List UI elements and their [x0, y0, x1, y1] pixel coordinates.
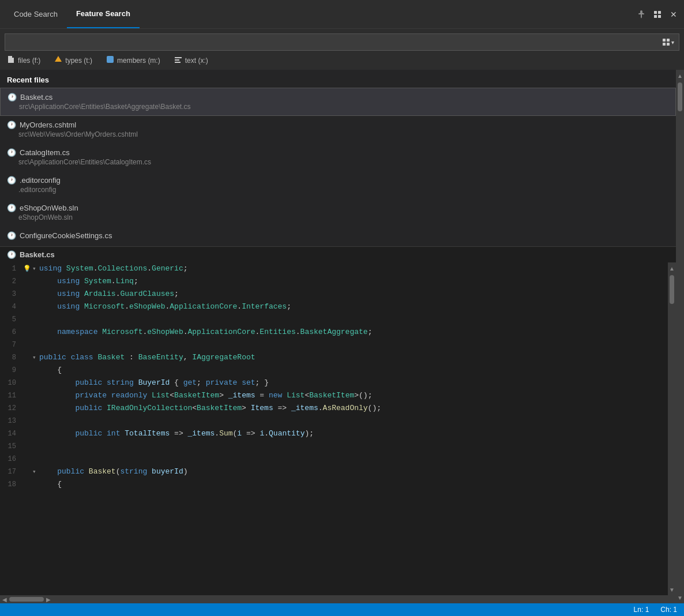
- svg-rect-0: [654, 11, 657, 14]
- line-content-1: using System.Collections.Generic;: [39, 262, 668, 275]
- search-bar-area: ▾: [0, 29, 684, 51]
- filter-files-label: files (f:): [18, 57, 40, 65]
- file-scroll-up[interactable]: ▲: [676, 71, 684, 80]
- status-ch-label: Ch: 1: [660, 606, 677, 614]
- file-path-2: src\ApplicationCore\Entities\CatalogItem…: [7, 158, 669, 166]
- clock-icon-2: 🕐: [7, 148, 16, 157]
- layout-dropdown-icon[interactable]: ▾: [662, 38, 674, 46]
- bottom-scroll-thumb[interactable]: [9, 597, 44, 602]
- file-list: 🕐 Basket.cs src\ApplicationCore\Entities…: [0, 88, 676, 246]
- status-bar: Ln: 1 Ch: 1: [0, 603, 684, 616]
- clock-icon-1: 🕐: [7, 121, 16, 129]
- file-path-0: src\ApplicationCore\Entities\BasketAggre…: [7, 103, 668, 111]
- status-ch: Ch: 1: [660, 606, 677, 614]
- status-ln: Ln: 1: [634, 606, 649, 614]
- file-scroll-thumb[interactable]: [678, 82, 682, 111]
- file-path-1: src\Web\Views\Order\MyOrders.cshtml: [7, 130, 669, 138]
- filter-tabs: files (f:) types (t:) members (m:) text …: [0, 51, 684, 70]
- search-input[interactable]: [10, 38, 662, 47]
- file-item-configurecookie[interactable]: 🕐 ConfigureCookieSettings.cs: [0, 227, 676, 246]
- tab-code-search[interactable]: Code Search: [5, 0, 67, 28]
- lightbulb-icon-1[interactable]: 💡: [23, 262, 32, 275]
- line-num-10: 10: [0, 377, 23, 389]
- title-actions: ✕: [636, 9, 679, 20]
- line-num-2: 2: [0, 275, 23, 288]
- file-name-3: .editorconfig: [20, 176, 61, 185]
- line-content-6: namespace Microsoft.eShopWeb.Application…: [39, 326, 668, 339]
- code-scrollbar-right: ▲ ▼: [668, 262, 676, 595]
- code-line-5: 5: [0, 313, 668, 326]
- code-scroll-up[interactable]: ▲: [668, 264, 676, 273]
- code-line-13: 13: [0, 415, 668, 427]
- filter-tab-text[interactable]: text (x:): [172, 54, 211, 66]
- file-item-myorders[interactable]: 🕐 MyOrders.cshtml src\Web\Views\Order\My…: [0, 116, 676, 144]
- svg-rect-5: [667, 39, 670, 42]
- code-line-7: 7: [0, 339, 668, 351]
- filter-text-label: text (x:): [185, 57, 208, 65]
- line-num-18: 18: [0, 478, 23, 491]
- line-num-14: 14: [0, 427, 23, 440]
- line-num-16: 16: [0, 453, 23, 465]
- search-input-row: ▾: [5, 33, 679, 51]
- code-line-6: 6 namespace Microsoft.eShopWeb.Applicati…: [0, 326, 668, 339]
- code-editor: 1 💡 ▾ using System.Collections.Generic; …: [0, 262, 668, 491]
- line-content-17: public Basket(string buyerId): [39, 465, 668, 478]
- file-list-scrollbar: ▲ ▼: [676, 70, 684, 603]
- svg-rect-7: [667, 43, 670, 46]
- line-num-5: 5: [0, 313, 23, 326]
- file-name-4: eShopOnWeb.sln: [20, 204, 78, 212]
- file-item-basket-cs[interactable]: 🕐 Basket.cs src\ApplicationCore\Entities…: [0, 88, 676, 116]
- close-button[interactable]: ✕: [668, 9, 679, 20]
- svg-rect-1: [658, 11, 661, 14]
- filter-tab-files[interactable]: files (f:): [5, 54, 43, 66]
- text-icon: [174, 55, 182, 65]
- line-num-7: 7: [0, 339, 23, 351]
- file-name-1: MyOrders.cshtml: [20, 121, 76, 129]
- file-scroll-down[interactable]: ▼: [676, 593, 684, 602]
- line-num-17: 17: [0, 465, 23, 478]
- line-num-15: 15: [0, 440, 23, 453]
- line-content-2: using System.Linq;: [39, 275, 668, 288]
- code-line-17: 17 ▾ public Basket(string buyerId): [0, 465, 668, 478]
- code-line-15: 15: [0, 440, 668, 453]
- code-line-4: 4 using Microsoft.eShopWeb.ApplicationCo…: [0, 301, 668, 313]
- main-panel: Recent files 🕐 Basket.cs src\Application…: [0, 70, 684, 603]
- line-content-12: public IReadOnlyCollection<BasketItem> I…: [39, 402, 668, 415]
- file-icon: [7, 55, 15, 65]
- fold-1[interactable]: ▾: [32, 262, 39, 275]
- file-list-and-code: Recent files 🕐 Basket.cs src\Application…: [0, 70, 676, 603]
- scroll-right-btn[interactable]: ▶: [44, 595, 53, 603]
- scroll-left-btn[interactable]: ◀: [0, 595, 9, 603]
- line-content-4: using Microsoft.eShopWeb.ApplicationCore…: [39, 301, 668, 313]
- filter-types-label: types (t:): [65, 57, 92, 65]
- svg-rect-2: [654, 15, 657, 18]
- layout-button[interactable]: [652, 9, 663, 20]
- filter-tab-members[interactable]: members (m:): [104, 54, 163, 66]
- clock-icon-3: 🕐: [7, 176, 16, 185]
- code-line-1: 1 💡 ▾ using System.Collections.Generic;: [0, 262, 668, 275]
- code-scroll-down[interactable]: ▼: [668, 585, 676, 594]
- code-scroll-thumb[interactable]: [670, 275, 674, 304]
- file-name-2: CatalogItem.cs: [20, 148, 70, 157]
- recent-files-header: Recent files: [0, 70, 676, 88]
- file-item-catalogitem[interactable]: 🕐 CatalogItem.cs src\ApplicationCore\Ent…: [0, 144, 676, 171]
- title-bar: Code Search Feature Search ✕: [0, 0, 684, 29]
- file-name-0: Basket.cs: [20, 93, 52, 102]
- bottom-scrollbar: ◀ ▶: [0, 595, 676, 603]
- code-preview-filename: Basket.cs: [20, 250, 55, 259]
- tab-feature-search[interactable]: Feature Search: [67, 0, 140, 28]
- code-editor-row: 1 💡 ▾ using System.Collections.Generic; …: [0, 262, 676, 595]
- pin-button[interactable]: [636, 9, 647, 20]
- file-item-editorconfig[interactable]: 🕐 .editorconfig .editorconfig: [0, 171, 676, 199]
- file-item-eshoponweb[interactable]: 🕐 eShopOnWeb.sln eShopOnWeb.sln: [0, 199, 676, 227]
- line-num-3: 3: [0, 288, 23, 301]
- clock-icon-5: 🕐: [7, 231, 16, 240]
- code-line-10: 10 public string BuyerId { get; private …: [0, 377, 668, 389]
- filter-tab-types[interactable]: types (t:): [52, 54, 95, 66]
- line-num-12: 12: [0, 402, 23, 415]
- file-name-5: ConfigureCookieSettings.cs: [20, 231, 112, 240]
- tab-feature-search-label: Feature Search: [76, 9, 130, 18]
- line-content-10: public string BuyerId { get; private set…: [39, 377, 668, 389]
- line-num-13: 13: [0, 415, 23, 427]
- code-line-14: 14 public int TotalItems => _items.Sum(i…: [0, 427, 668, 440]
